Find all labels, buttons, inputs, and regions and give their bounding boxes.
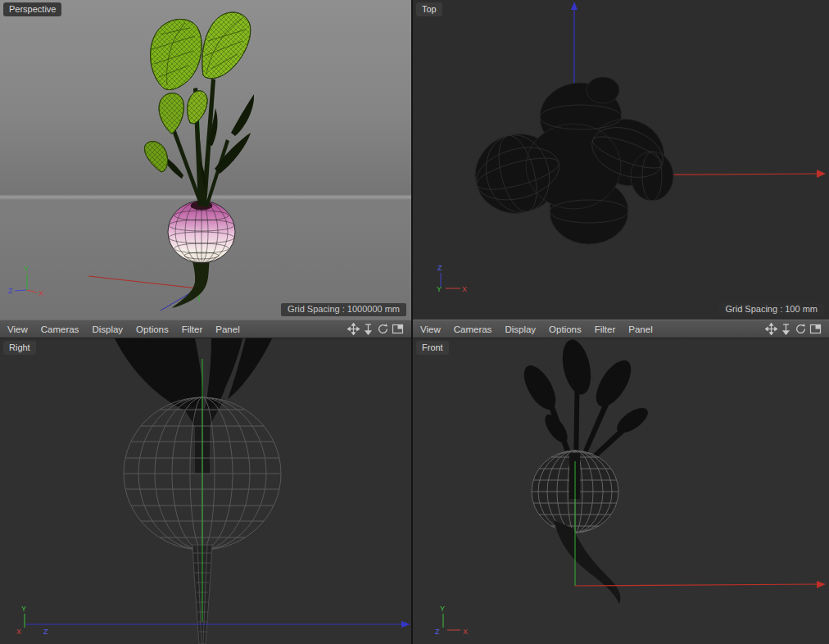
viewport-top[interactable]: Top Grid Spacing : 100 mm — [413, 0, 829, 320]
menu-options[interactable]: Options — [129, 324, 175, 334]
menu-display[interactable]: Display — [498, 324, 542, 334]
svg-text:Y: Y — [437, 285, 442, 293]
svg-text:X: X — [16, 628, 21, 636]
axis-gizmo: Z Y X — [437, 264, 467, 293]
root-silhouette — [554, 520, 621, 604]
menu-options[interactable]: Options — [542, 324, 588, 334]
svg-text:X: X — [39, 289, 43, 297]
toggle-view-icon[interactable] — [391, 323, 404, 336]
grid-spacing-badge: Grid Spacing : 1000000 mm — [281, 303, 406, 316]
svg-text:Y: Y — [21, 605, 26, 613]
svg-text:X: X — [463, 628, 468, 636]
pan-camera-icon[interactable] — [347, 323, 360, 336]
svg-text:Y: Y — [24, 265, 29, 273]
viewport-perspective[interactable]: Perspective Grid Spacing : 1000000 mm — [0, 0, 411, 320]
menu-cameras[interactable]: Cameras — [447, 324, 499, 334]
viewport-label: Front — [416, 341, 449, 355]
leaf-silhouettes — [115, 338, 272, 416]
top-scene: Z Y X — [413, 0, 829, 320]
app-window: Perspective Grid Spacing : 1000000 mm — [0, 0, 829, 644]
svg-text:Y: Y — [440, 605, 445, 613]
menu-panel[interactable]: Panel — [622, 324, 659, 334]
svg-text:Z: Z — [43, 628, 48, 636]
dolly-camera-icon[interactable] — [361, 323, 374, 336]
viewport-front[interactable]: Front — [413, 338, 829, 644]
viewport-right[interactable]: Right — [0, 338, 411, 644]
menu-filter[interactable]: Filter — [588, 324, 623, 334]
menu-view[interactable]: View — [7, 324, 34, 334]
menu-filter[interactable]: Filter — [175, 324, 210, 334]
radish-wireframe-top — [466, 77, 673, 244]
viewport-label: Right — [3, 341, 36, 355]
grid-spacing-badge: Grid Spacing : 100 mm — [719, 303, 825, 316]
viewport-menubar-right: View Cameras Display Options Filter Pane… — [413, 320, 829, 338]
menu-panel[interactable]: Panel — [209, 324, 246, 334]
toggle-view-icon[interactable] — [809, 323, 822, 336]
rotate-camera-icon[interactable] — [794, 323, 807, 336]
menu-display[interactable]: Display — [85, 324, 129, 334]
dolly-camera-icon[interactable] — [779, 323, 792, 336]
viewport-label: Perspective — [3, 2, 61, 16]
rotate-camera-icon[interactable] — [376, 323, 389, 336]
svg-text:X: X — [462, 285, 467, 293]
axis-gizmo: Y Z X — [8, 265, 43, 297]
axis-gizmo: Y X Z — [16, 605, 48, 636]
svg-text:Z: Z — [437, 264, 442, 272]
viewport-label: Top — [416, 2, 442, 16]
perspective-scene: Y Z X — [0, 0, 411, 320]
axis-gizmo: Y Z X — [435, 605, 468, 636]
viewport-menubar-left: View Cameras Display Options Filter Pane… — [0, 320, 411, 338]
svg-text:Z: Z — [435, 628, 440, 636]
pan-camera-icon[interactable] — [764, 323, 777, 336]
front-scene: Y Z X — [413, 338, 829, 644]
right-scene: Y X Z — [0, 338, 411, 644]
menu-cameras[interactable]: Cameras — [34, 324, 86, 334]
svg-text:Z: Z — [8, 287, 13, 295]
radish-model — [144, 12, 254, 308]
menu-view[interactable]: View — [420, 324, 447, 334]
